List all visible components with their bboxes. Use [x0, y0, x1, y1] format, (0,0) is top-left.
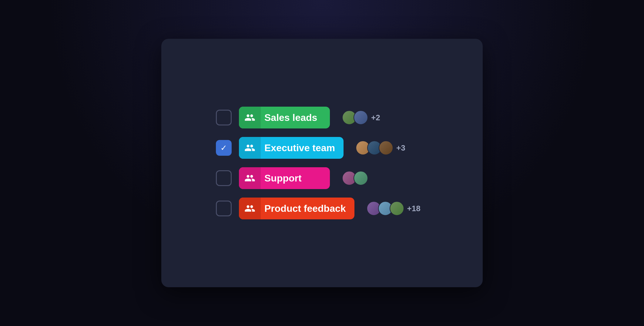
avatars-support	[342, 171, 368, 185]
checkbox-support[interactable]	[216, 170, 232, 186]
main-card: Sales leads+2✓ Executive team+3 Support …	[161, 39, 483, 287]
tag-label: Executive team	[261, 142, 344, 154]
tag-sales-leads[interactable]: Sales leads	[239, 107, 330, 128]
list-item-support[interactable]: Support	[216, 167, 428, 189]
checkbox-product-feedback[interactable]	[216, 201, 232, 216]
group-icon	[239, 167, 261, 189]
avatars-product-feedback: +18	[367, 201, 421, 216]
avatar-face	[354, 111, 367, 124]
tag-support[interactable]: Support	[239, 167, 330, 189]
avatar	[379, 141, 393, 155]
list-item-product-feedback[interactable]: Product feedback+18	[216, 198, 428, 219]
checkbox-executive-team[interactable]: ✓	[216, 140, 232, 156]
avatar	[390, 201, 404, 216]
avatar-face	[354, 171, 367, 185]
checkbox-sales-leads[interactable]	[216, 110, 232, 125]
list-item-executive-team[interactable]: ✓ Executive team+3	[216, 137, 428, 159]
tag-label: Sales leads	[261, 112, 330, 123]
group-icon	[239, 107, 261, 128]
avatar-face	[379, 141, 393, 155]
tag-label: Product feedback	[261, 203, 354, 214]
avatar-face	[390, 202, 404, 215]
group-icon	[239, 198, 261, 219]
avatar	[354, 171, 368, 185]
tag-executive-team[interactable]: Executive team	[239, 137, 344, 159]
tag-product-feedback[interactable]: Product feedback	[239, 198, 354, 219]
group-icon	[239, 137, 261, 159]
avatar-count: +3	[396, 143, 405, 153]
avatar-count: +18	[407, 204, 421, 213]
avatar-count: +2	[371, 113, 380, 122]
list-item-sales-leads[interactable]: Sales leads+2	[216, 107, 428, 128]
tag-label: Support	[261, 173, 330, 184]
avatar	[354, 110, 368, 125]
group-list: Sales leads+2✓ Executive team+3 Support …	[216, 107, 428, 219]
checkmark-icon: ✓	[220, 144, 227, 152]
avatars-sales-leads: +2	[342, 110, 380, 125]
avatars-executive-team: +3	[356, 141, 405, 155]
